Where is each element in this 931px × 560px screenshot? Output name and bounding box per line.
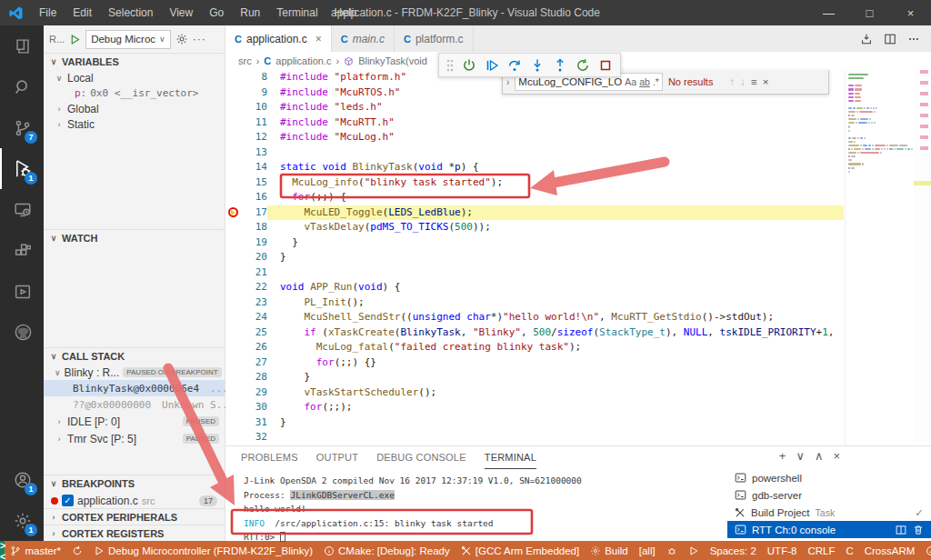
- code-line-31[interactable]: 31}: [225, 415, 931, 431]
- variables-header[interactable]: ∨VARIABLES: [44, 54, 225, 70]
- thread-idle[interactable]: ›IDLE [P: 0]PAUSED: [44, 413, 225, 430]
- gutter-glyph[interactable]: [225, 355, 240, 371]
- menu-go[interactable]: Go: [201, 0, 232, 25]
- gutter-glyph[interactable]: [225, 70, 240, 85]
- gutter-glyph[interactable]: [225, 295, 240, 311]
- tab-application.c[interactable]: Capplication.c×: [225, 25, 332, 52]
- code-line-27[interactable]: 27 for(;;) {}: [225, 355, 931, 371]
- step-out-icon[interactable]: [553, 58, 567, 73]
- minimize-button[interactable]: —: [808, 0, 849, 25]
- gutter-glyph[interactable]: [225, 145, 240, 161]
- code-line-22[interactable]: 22void APP_Run(void) {: [225, 280, 931, 295]
- variables-scope-global[interactable]: ›Global: [44, 101, 225, 116]
- find-in-selection-icon[interactable]: ≡: [751, 76, 757, 87]
- overview-ruler[interactable]: [914, 70, 931, 445]
- find-close-icon[interactable]: ×: [763, 76, 769, 87]
- gutter-glyph[interactable]: [225, 205, 240, 221]
- gutter-glyph[interactable]: [225, 160, 240, 175]
- panel-tab-problems[interactable]: PROBLEMS: [241, 446, 298, 469]
- find-expand-icon[interactable]: ›: [506, 77, 509, 87]
- status-item-spaces-2[interactable]: Spaces: 2: [705, 541, 762, 560]
- breakpoint-row[interactable]: ✓ application.c src 17: [44, 492, 225, 509]
- new-terminal-icon[interactable]: +: [779, 449, 786, 463]
- activity-source-control[interactable]: 7: [0, 107, 44, 148]
- launch-config-select[interactable]: Debug Microc ∨: [85, 30, 171, 49]
- status-item-utf-8[interactable]: UTF-8: [762, 541, 803, 560]
- status-item-crlf[interactable]: CRLF: [802, 541, 840, 560]
- activity-explorer[interactable]: [0, 25, 44, 66]
- terminal-list-item-gdb-server[interactable]: gdb-server: [727, 486, 931, 504]
- gutter-glyph[interactable]: [225, 235, 240, 251]
- gutter-glyph[interactable]: [225, 340, 240, 355]
- gutter-glyph[interactable]: [225, 385, 240, 401]
- code-line-18[interactable]: 18 vTaskDelay(pdMS_TO_TICKS(500));: [225, 220, 931, 235]
- menu-file[interactable]: File: [31, 0, 65, 25]
- regex-icon[interactable]: .*: [653, 76, 659, 87]
- terminal-output[interactable]: J-Link OpenSDA 2 compiled Nov 16 2017 12…: [244, 474, 582, 545]
- gutter-glyph[interactable]: [225, 85, 240, 101]
- activity-extensions[interactable]: [0, 230, 44, 271]
- whole-word-icon[interactable]: ab: [639, 76, 650, 87]
- code-line-17[interactable]: 17 McuLED_Toggle(LEDS_LedBlue);: [225, 205, 931, 221]
- code-line-29[interactable]: 29 vTaskStartScheduler();: [225, 385, 931, 401]
- code-line-15[interactable]: 15 McuLog_info("blinky task started");: [225, 175, 931, 191]
- status-item-feedback-icon[interactable]: [920, 541, 931, 560]
- panel-tab-terminal[interactable]: TERMINAL: [485, 446, 536, 469]
- variable-p[interactable]: p:0x0 <__isr_vector>: [44, 85, 225, 101]
- code-line-12[interactable]: 12#include "McuLog.h": [225, 130, 931, 145]
- find-previous-icon[interactable]: ↑: [729, 76, 735, 87]
- gutter-glyph[interactable]: [225, 115, 240, 131]
- menu-selection[interactable]: Selection: [100, 0, 161, 25]
- debug-settings-gear-icon[interactable]: [175, 33, 188, 45]
- close-button[interactable]: ×: [890, 0, 931, 25]
- code-editor[interactable]: 8#include "platform.h"9#include "McuRTOS…: [225, 70, 931, 445]
- code-line-25[interactable]: 25 if (xTaskCreate(BlinkyTask, "Blinky",…: [225, 325, 931, 341]
- code-line-21[interactable]: 21: [225, 265, 931, 281]
- gutter-glyph[interactable]: [225, 310, 240, 325]
- status-item-crossarm[interactable]: CrossARM: [859, 541, 921, 560]
- menu-terminal[interactable]: Terminal: [268, 0, 325, 25]
- status-item-c[interactable]: C: [840, 541, 858, 560]
- code-line-10[interactable]: 10#include "leds.h": [225, 100, 931, 115]
- reset-device-icon[interactable]: [462, 58, 476, 73]
- cortex-peripherals-header[interactable]: ›CORTEX PERIPHERALS: [44, 509, 225, 525]
- minimap[interactable]: [845, 70, 914, 445]
- breakpoint-checkbox[interactable]: ✓: [62, 495, 74, 506]
- gutter-glyph[interactable]: [225, 220, 240, 235]
- status-item-play-icon[interactable]: [683, 541, 705, 560]
- stack-frame-unknown[interactable]: ??@0x00000000Unknown S...: [44, 396, 225, 413]
- code-line-19[interactable]: 19 }: [225, 235, 931, 251]
- code-line-23[interactable]: 23 PL_Init();: [225, 295, 931, 311]
- gutter-glyph[interactable]: [225, 130, 240, 145]
- terminal-dropdown-icon[interactable]: ∨: [796, 449, 805, 463]
- code-line-16[interactable]: 16 for(;;) {: [225, 190, 931, 205]
- gutter-glyph[interactable]: [225, 325, 240, 341]
- gutter-glyph[interactable]: [225, 100, 240, 115]
- activity-run-debug[interactable]: 1: [0, 148, 44, 189]
- menu-run[interactable]: Run: [232, 0, 268, 25]
- call-stack-header[interactable]: ∨CALL STACK: [44, 348, 225, 365]
- variables-scope-static[interactable]: ›Static: [44, 116, 225, 132]
- gutter-glyph[interactable]: [225, 175, 240, 191]
- save-all-icon[interactable]: [860, 33, 873, 45]
- variables-scope-local[interactable]: ∨Local: [44, 70, 225, 85]
- code-line-26[interactable]: 26 McuLog_fatal("failed creating blinky …: [225, 340, 931, 355]
- activity-search[interactable]: [0, 66, 44, 107]
- restart-icon[interactable]: [576, 58, 590, 73]
- split-editor-icon[interactable]: [884, 33, 896, 45]
- menu-edit[interactable]: Edit: [65, 0, 100, 25]
- terminal-list-item-rtt-ch-0-console[interactable]: RTT Ch:0 console: [727, 521, 931, 538]
- match-case-icon[interactable]: Aa: [625, 76, 636, 87]
- gutter-glyph[interactable]: [225, 250, 240, 265]
- code-line-11[interactable]: 11#include "McuRTT.h": [225, 115, 931, 131]
- code-line-20[interactable]: 20}: [225, 250, 931, 265]
- status-item-bug-icon[interactable]: [661, 541, 683, 560]
- gutter-glyph[interactable]: [225, 280, 240, 295]
- stack-frame-blinkytask[interactable]: BlinkyTask@0x000006e4.....: [44, 380, 225, 396]
- terminal-list-item-build-project[interactable]: Build ProjectTask✓: [727, 504, 931, 521]
- step-into-icon[interactable]: [530, 58, 545, 73]
- tab-main.c[interactable]: Cmain.c: [332, 25, 395, 52]
- more-actions-icon[interactable]: ···: [193, 33, 206, 45]
- stop-icon[interactable]: [598, 58, 613, 73]
- gutter-glyph[interactable]: [225, 265, 240, 281]
